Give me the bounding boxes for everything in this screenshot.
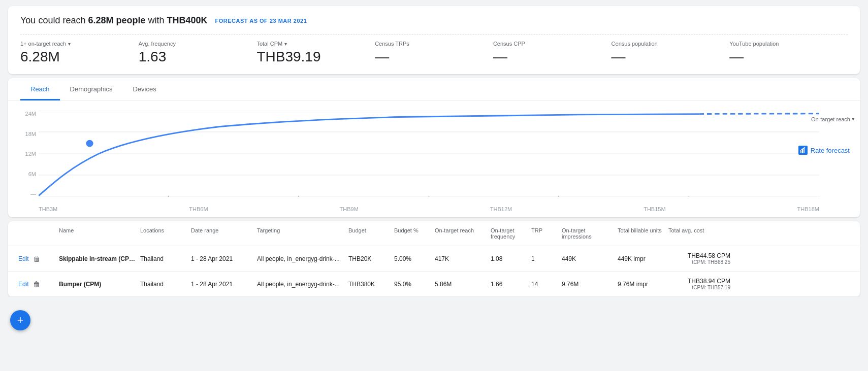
row-1-on-target-reach: 5.86M — [433, 279, 489, 290]
tabs-row: Reach Demographics Devices — [8, 78, 860, 100]
col-header-locations: Locations — [138, 225, 189, 242]
chart-right-panel: On-target reach ▾ Rate forecast — [789, 111, 855, 197]
col-header-budget: Budget — [346, 225, 392, 242]
edit-button-1[interactable]: Edit — [18, 281, 29, 288]
col-header-on-target-reach: On-target reach — [433, 225, 489, 242]
y-label-2: 12M — [13, 151, 36, 157]
row-1-cost-sub: tCPM: THB57.19 — [668, 285, 730, 290]
metric-label-6: YouTube population — [729, 41, 835, 47]
chevron-down-icon-chart: ▾ — [852, 116, 855, 122]
row-1-cost-main: THB38.94 CPM — [668, 278, 730, 285]
row-0-name: Skippable in-stream (CPM) — [57, 253, 138, 264]
row-0-on-target-impr: 449K — [560, 253, 616, 264]
chevron-down-icon: ▾ — [68, 41, 71, 47]
chevron-down-icon-2: ▾ — [284, 41, 287, 47]
x-label-1: THB6M — [189, 206, 208, 212]
y-label-0: — — [13, 191, 36, 197]
metric-value-1: 1.63 — [139, 49, 245, 65]
metric-label-2[interactable]: Total CPM ▾ — [256, 41, 363, 47]
row-1-on-target-impr: 9.76M — [560, 279, 616, 290]
col-header-on-target-impr: On-target impressions — [560, 225, 616, 242]
y-label-3: 18M — [13, 131, 36, 137]
col-header-actions — [16, 225, 57, 242]
row-0-budget-pct: 5.00% — [392, 253, 433, 264]
tab-demographics[interactable]: Demographics — [60, 78, 123, 100]
table-row: Edit 🗑 Bumper (CPM) Thailand 1 - 28 Apr … — [8, 272, 860, 297]
campaigns-table: Name Locations Date range Targeting Budg… — [8, 221, 860, 297]
row-0-date-range: 1 - 28 Apr 2021 — [189, 253, 255, 264]
metric-value-3: — — [375, 49, 481, 65]
col-header-on-target-freq: On-target frequency — [489, 225, 529, 242]
row-0-targeting: All people, in_energyg-drink-... — [255, 253, 346, 264]
row-1-total-billable: 9.76M impr — [616, 279, 666, 290]
col-header-trp: TRP — [529, 225, 560, 242]
row-0-cost-main: THB44.58 CPM — [668, 252, 730, 259]
metric-census-population: Census population — — [612, 41, 730, 65]
tab-devices[interactable]: Devices — [122, 78, 166, 100]
metric-value-6: — — [729, 49, 835, 65]
headline-middle: with — [148, 15, 167, 25]
metric-avg-frequency: Avg. frequency 1.63 — [139, 41, 257, 65]
row-0-cost-sub: tCPM: THB68.25 — [668, 259, 730, 265]
row-0-cost: THB44.58 CPM tCPM: THB68.25 — [666, 250, 732, 267]
col-header-total-avg-cost: Total avg. cost — [666, 225, 732, 242]
on-target-reach-label-text: On-target reach — [811, 116, 850, 122]
row-1-locations: Thailand — [138, 279, 189, 290]
row-0-on-target-reach: 417K — [433, 253, 489, 264]
on-target-reach-selector[interactable]: On-target reach ▾ — [811, 116, 855, 122]
x-label-5: THB18M — [797, 206, 819, 212]
y-label-4: 24M — [13, 111, 36, 117]
metric-on-target-reach: 1+ on-target reach ▾ 6.28M — [20, 41, 139, 65]
metric-value-0: 6.28M — [20, 49, 126, 65]
rate-forecast-button[interactable]: Rate forecast — [793, 143, 855, 158]
rate-forecast-icon — [798, 146, 808, 155]
metric-census-trps: Census TRPs — — [375, 41, 493, 65]
chart-x-labels: THB3M THB6M THB9M THB12M THB15M THB18M — [39, 206, 819, 212]
metric-total-cpm: Total CPM ▾ THB39.19 — [256, 41, 375, 65]
headline-budget: THB400K — [167, 15, 208, 25]
x-label-4: THB15M — [644, 206, 665, 212]
row-1-trp: 14 — [529, 279, 560, 290]
row-0-on-target-freq: 1.08 — [489, 253, 529, 264]
metric-label-5: Census population — [612, 41, 718, 47]
forecast-badge: FORECAST AS OF 23 MAR 2021 — [215, 18, 307, 24]
chart-svg — [39, 111, 819, 197]
metric-youtube-population: YouTube population — — [729, 41, 848, 65]
row-1-budget: THB380K — [346, 279, 392, 290]
rate-forecast-label: Rate forecast — [811, 147, 850, 154]
metric-label-0[interactable]: 1+ on-target reach ▾ — [20, 41, 126, 47]
chart-area: — 6M 12M 18M 24M — [8, 100, 860, 217]
col-header-budget-pct: Budget % — [392, 225, 433, 242]
headline-reach: 6.28M people — [88, 15, 145, 25]
metric-value-5: — — [612, 49, 718, 65]
delete-icon-0[interactable]: 🗑 — [33, 255, 40, 263]
metric-label-1: Avg. frequency — [139, 41, 245, 47]
x-label-0: THB3M — [39, 206, 57, 212]
headline: You could reach 6.28M people with THB400… — [20, 15, 848, 26]
row-0-trp: 1 — [529, 253, 560, 264]
metric-value-4: — — [493, 49, 599, 65]
row-0-locations: Thailand — [138, 253, 189, 264]
svg-rect-12 — [802, 149, 803, 153]
row-1-name: Bumper (CPM) — [57, 279, 138, 290]
col-header-date-range: Date range — [189, 225, 255, 242]
metric-value-2: THB39.19 — [256, 49, 363, 65]
svg-rect-11 — [800, 151, 801, 153]
x-label-2: THB9M — [340, 206, 359, 212]
tab-reach[interactable]: Reach — [20, 78, 60, 100]
row-1-cost: THB38.94 CPM tCPM: THB57.19 — [666, 276, 732, 292]
delete-icon-1[interactable]: 🗑 — [33, 280, 40, 288]
row-1-date-range: 1 - 28 Apr 2021 — [189, 279, 255, 290]
reach-chart-card: Reach Demographics Devices — 6M 12M 18M … — [8, 78, 860, 217]
chart-dot — [86, 140, 93, 147]
edit-button-0[interactable]: Edit — [18, 255, 29, 262]
row-0-total-billable: 449K impr — [616, 253, 666, 264]
row-1-on-target-freq: 1.66 — [489, 279, 529, 290]
summary-card: You could reach 6.28M people with THB400… — [8, 6, 860, 74]
metrics-row: 1+ on-target reach ▾ 6.28M Avg. frequenc… — [20, 34, 848, 65]
y-label-1: 6M — [13, 171, 36, 177]
metric-census-cpp: Census CPP — — [493, 41, 612, 65]
headline-prefix: You could reach — [20, 15, 88, 25]
table-header: Name Locations Date range Targeting Budg… — [8, 221, 860, 246]
row-1-actions: Edit 🗑 — [16, 278, 57, 290]
